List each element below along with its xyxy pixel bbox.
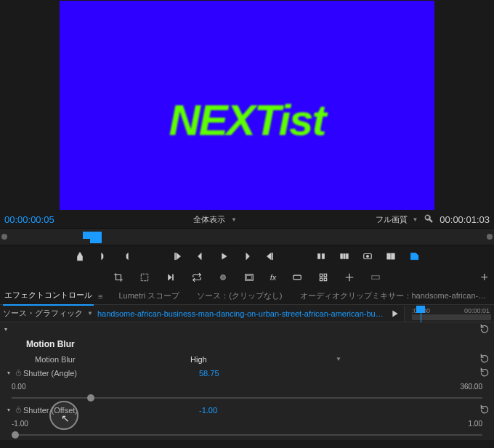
slider-thumb[interactable] [12, 431, 19, 439]
mini-clip-bar [412, 314, 491, 320]
svg-rect-0 [317, 254, 320, 259]
stopwatch-icon[interactable] [15, 369, 23, 378]
play-only-icon[interactable] [389, 309, 400, 319]
slider-rail [12, 434, 482, 436]
range-min: 0.00 [12, 383, 25, 391]
clip-link[interactable]: handsome-african-business-man-dancing-on… [97, 309, 385, 318]
mini-tick-end: 00:00:01 [464, 307, 490, 314]
resolution-selector[interactable]: フル画質 ▼ [376, 214, 418, 225]
svg-rect-7 [387, 253, 391, 259]
chevron-down-icon[interactable]: ▼ [87, 310, 93, 317]
prop-label-motion-blur: Motion Blur [15, 355, 190, 364]
step-forward-icon[interactable] [242, 251, 252, 261]
zoom-selector[interactable]: 全体表示 ▼ [193, 214, 237, 225]
grid-icon[interactable] [318, 272, 328, 282]
transport-controls-secondary: fx + [0, 267, 494, 288]
duration-timecode: 00:00:01:03 [440, 214, 490, 225]
reset-icon[interactable] [479, 404, 490, 416]
reset-icon[interactable] [479, 354, 490, 365]
mark-out-icon[interactable] [121, 251, 131, 261]
prop-value-motion-blur[interactable]: High [190, 355, 270, 364]
cursor-arrow-icon: ↖ [61, 412, 70, 424]
preview-canvas: NEXTist [60, 1, 434, 210]
playhead-marker[interactable] [90, 232, 102, 243]
shutter-offset-slider[interactable] [12, 430, 482, 440]
svg-rect-9 [141, 274, 147, 280]
mark-in-icon[interactable] [98, 251, 108, 261]
preview-graphic-text: NEXTist [169, 95, 325, 145]
effect-group-motion-blur[interactable]: Motion Blur [0, 336, 494, 352]
prop-value-shutter-offset[interactable]: -1.00 [199, 406, 279, 415]
reset-icon[interactable] [479, 367, 490, 379]
effect-group-label: Motion Blur [26, 339, 75, 349]
shutter-angle-range: 0.00 360.00 [0, 380, 494, 393]
zoom-handle-left[interactable] [1, 234, 7, 240]
svg-rect-3 [344, 254, 345, 259]
svg-rect-8 [392, 253, 395, 259]
program-monitor: NEXTist [0, 0, 494, 211]
zoom-label: 全体表示 [193, 214, 225, 225]
chevron-down-icon[interactable]: ▼ [336, 356, 341, 362]
go-to-out-icon[interactable] [265, 251, 275, 261]
parent-group-row[interactable]: ▾ [0, 322, 494, 336]
transport-controls-primary [0, 245, 494, 267]
panel-menu-icon[interactable]: ≡ [98, 292, 102, 301]
svg-rect-14 [372, 276, 380, 280]
play-icon[interactable] [219, 251, 229, 261]
add-marker-icon[interactable] [75, 251, 85, 261]
source-label: ソース・グラフィック [3, 308, 83, 319]
current-timecode[interactable]: 00:00:00:05 [4, 214, 54, 225]
safe-margins-icon[interactable] [244, 272, 254, 282]
vr-icon[interactable] [292, 272, 302, 282]
svg-point-10 [220, 275, 225, 280]
settings-wrench-icon[interactable] [424, 213, 434, 226]
resolution-label: フル画質 [376, 214, 408, 225]
proxy-icon[interactable] [139, 272, 150, 282]
range-max: 360.00 [460, 383, 482, 391]
slider-thumb[interactable] [87, 394, 94, 402]
svg-point-6 [366, 255, 369, 258]
effect-controls-header: ソース・グラフィック ▼ handsome-african-business-m… [0, 305, 494, 322]
svg-rect-1 [322, 254, 325, 259]
tab-lumetri-scopes[interactable]: Lumetri スコープ [117, 287, 181, 305]
range-min: -1.00 [12, 420, 28, 428]
reset-icon[interactable] [479, 324, 490, 335]
record-icon[interactable] [218, 272, 228, 282]
tab-source[interactable]: ソース：(クリップなし) [195, 287, 283, 305]
tab-effect-controls[interactable]: エフェクトコントロール [3, 286, 94, 306]
comparison-view-icon[interactable] [386, 251, 396, 261]
fx-icon[interactable]: fx [270, 273, 277, 282]
svg-rect-2 [341, 254, 343, 259]
lift-icon[interactable] [316, 251, 326, 261]
play-around-icon[interactable] [166, 272, 176, 282]
playhead-handle-icon[interactable] [416, 306, 425, 313]
crop-icon[interactable] [113, 272, 124, 282]
effect-mini-timeline[interactable]: :00:00 00:00:01 [404, 306, 491, 322]
extract-icon[interactable] [339, 251, 349, 261]
scrub-bar[interactable] [0, 228, 494, 245]
guides-icon[interactable] [344, 272, 355, 282]
tab-audio-mixer[interactable]: オーディオクリップミキサー：handsome-african-business-… [299, 287, 492, 305]
disclosure-down-icon[interactable]: ▾ [7, 407, 15, 413]
svg-rect-13 [293, 275, 301, 280]
prop-motion-blur: Motion Blur High ▼ [0, 352, 494, 366]
disclosure-down-icon[interactable]: ▾ [4, 326, 12, 333]
loop-icon[interactable] [192, 272, 202, 282]
chevron-down-icon: ▼ [231, 216, 237, 223]
rulers-icon[interactable] [370, 272, 381, 282]
prop-label-shutter-angle: Shutter (Angle) [23, 369, 199, 378]
export-icon[interactable] [409, 251, 419, 261]
prop-shutter-angle: ▾ Shutter (Angle) 58.75 [0, 366, 494, 380]
stopwatch-icon[interactable] [15, 406, 23, 415]
disclosure-down-icon[interactable]: ▾ [7, 370, 15, 376]
shutter-angle-slider[interactable] [12, 393, 482, 403]
zoom-handle-right[interactable] [487, 234, 493, 240]
prop-value-shutter-angle[interactable]: 58.75 [199, 369, 279, 378]
effect-controls-body: ▾ Motion Blur Motion Blur High ▼ ▾ Shutt… [0, 322, 494, 440]
cursor-click-indicator: ↖ [49, 401, 78, 430]
export-frame-icon[interactable] [363, 251, 373, 261]
button-editor-plus-icon[interactable]: + [480, 270, 488, 285]
go-to-in-icon[interactable] [172, 251, 182, 261]
range-max: 1.00 [469, 420, 482, 428]
step-back-icon[interactable] [195, 251, 206, 261]
